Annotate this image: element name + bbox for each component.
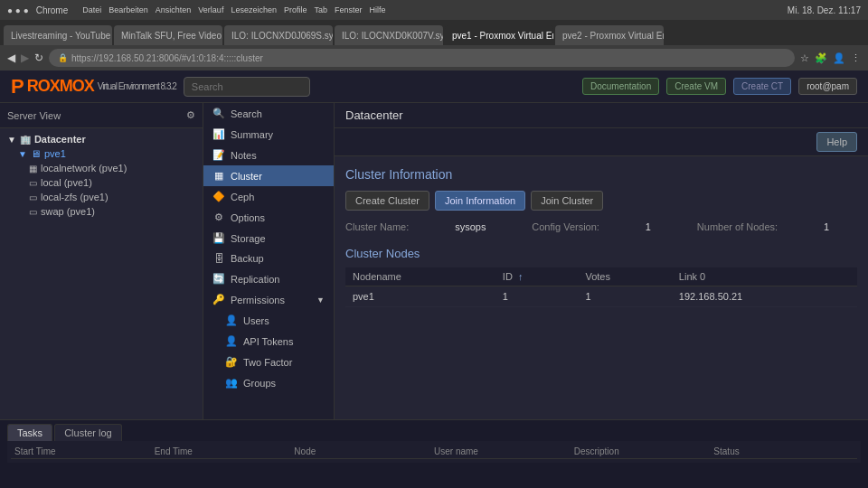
nav-refresh[interactable]: ↻ [34, 52, 43, 64]
cluster-nodes-table: Nodename ID ↑ Votes Link 0 [345, 267, 857, 307]
groups-icon: 👥 [225, 377, 238, 389]
backup-icon: 🗄 [212, 253, 225, 264]
breadcrumb-label: Datacenter [345, 108, 857, 122]
nav-summary-label: Summary [231, 129, 273, 140]
swap-label: swap (pve1) [41, 206, 95, 217]
documentation-button[interactable]: Documentation [582, 78, 659, 95]
bottom-tabs: Tasks Cluster log [0, 420, 868, 441]
sidebar-item-pve1[interactable]: ▼ 🖥 pve1 [0, 146, 203, 161]
cluster-info-grid: Cluster Name: sysops Config Version: 1 N… [345, 221, 857, 232]
sidebar-item-local-zfs[interactable]: ▭ local-zfs (pve1) [0, 190, 203, 204]
network-icon: ▦ [29, 164, 37, 174]
join-cluster-button[interactable]: Join Cluster [531, 191, 603, 211]
row-votes: 1 [578, 286, 671, 307]
col-node[interactable]: Node [294, 446, 434, 456]
sidebar-title: Server View [7, 110, 61, 121]
nav-back[interactable]: ◀ [7, 52, 15, 64]
nav-permissions-label: Permissions [231, 295, 285, 305]
nav-options-label: Options [231, 212, 265, 223]
browser-tab-3[interactable]: ILO: ILOCNXD0J069S.syso... [224, 25, 333, 45]
storage-icon: 💾 [212, 232, 225, 244]
browser-url-bar[interactable]: 🔒 https://192.168.50.21:8006/#v1:0:18:4:… [49, 49, 795, 67]
col-status[interactable]: Status [713, 446, 854, 456]
table-header-row: Nodename ID ↑ Votes Link 0 [345, 267, 857, 286]
two-factor-icon: 🔐 [225, 356, 238, 368]
local-label: local (pve1) [41, 177, 92, 188]
sidebar-item-swap[interactable]: ▭ swap (pve1) [0, 204, 203, 219]
local-icon: ▭ [29, 178, 37, 188]
logo-p: P [11, 75, 24, 99]
options-icon: ⚙ [212, 211, 225, 223]
sidebar-item-local[interactable]: ▭ local (pve1) [0, 175, 203, 190]
local-zfs-label: local-zfs (pve1) [41, 192, 108, 202]
localnetwork-label: localnetwork (pve1) [41, 163, 127, 174]
create-ct-button[interactable]: Create CT [733, 78, 791, 95]
extensions-icon[interactable]: 🧩 [815, 52, 827, 64]
browser-chrome: ● ● ● Chrome Datei Bearbeiten Ansichten … [0, 0, 868, 20]
users-icon: 👤 [225, 314, 238, 326]
browser-datetime: Mi. 18. Dez. 11:17 [788, 5, 861, 15]
nav-item-two-factor[interactable]: 🔐 Two Factor [203, 352, 334, 372]
nav-item-backup[interactable]: 🗄 Backup [203, 249, 334, 268]
datacenter-icon: 🏢 [20, 135, 31, 145]
bookmark-icon[interactable]: ☆ [800, 52, 809, 64]
nav-notes-label: Notes [231, 150, 257, 161]
user-menu[interactable]: root@pam [798, 78, 857, 95]
browser-tab-5[interactable]: pve1 - Proxmox Virtual Envi... [445, 25, 553, 45]
join-information-button[interactable]: Join Information [435, 191, 525, 211]
create-vm-button[interactable]: Create VM [666, 78, 726, 95]
bottom-bar: Tasks Cluster log Start Time End Time No… [0, 419, 868, 488]
col-end-time[interactable]: End Time [155, 446, 295, 456]
col-link0[interactable]: Link 0 [672, 267, 857, 286]
col-nodename[interactable]: Nodename [345, 267, 495, 286]
summary-icon: 📊 [212, 128, 225, 140]
nav-panel: 🔍 Search 📊 Summary 📝 Notes ▦ Cluster 🔶 C… [203, 103, 335, 419]
browser-tab-2[interactable]: MinTalk SFU, Free Video... [114, 25, 222, 45]
nav-item-summary[interactable]: 📊 Summary [203, 124, 334, 145]
nav-item-cluster[interactable]: ▦ Cluster [203, 165, 334, 186]
permissions-expand-arrow: ▼ [316, 296, 325, 305]
browser-tab-4[interactable]: ILO: ILOCNXD0K007V.syso... [335, 25, 443, 45]
permissions-icon: 🔑 [212, 294, 225, 305]
nav-item-users[interactable]: 👤 Users [203, 310, 334, 331]
create-cluster-button[interactable]: Create Cluster [345, 191, 429, 211]
nav-item-replication[interactable]: 🔄 Replication [203, 268, 334, 289]
col-description[interactable]: Description [574, 446, 714, 456]
table-row[interactable]: pve1 1 1 192.168.50.21 [345, 286, 857, 307]
nav-item-api-tokens[interactable]: 👤 API Tokens [203, 331, 334, 352]
sidebar-item-datacenter[interactable]: ▼ 🏢 Datacenter [0, 132, 203, 146]
col-start-time[interactable]: Start Time [14, 446, 155, 456]
help-button[interactable]: Help [816, 132, 857, 152]
nav-item-groups[interactable]: 👥 Groups [203, 372, 334, 393]
bottom-headers: Start Time End Time Node User name Descr… [11, 445, 857, 459]
nav-ceph-label: Ceph [231, 192, 254, 202]
tab-cluster-log[interactable]: Cluster log [54, 424, 122, 441]
app-header: P ROXMOX Virtual Environment 8.3.2 Docum… [0, 70, 868, 103]
col-votes[interactable]: Votes [578, 267, 671, 286]
profile-icon[interactable]: 👤 [833, 52, 845, 64]
nav-forward[interactable]: ▶ [21, 52, 29, 64]
col-user-name[interactable]: User name [434, 446, 574, 456]
col-id[interactable]: ID ↑ [495, 267, 579, 286]
nav-backup-label: Backup [231, 253, 264, 264]
global-search[interactable] [184, 77, 310, 97]
cluster-nodes-title: Cluster Nodes [345, 247, 857, 260]
tab-tasks[interactable]: Tasks [7, 424, 52, 441]
nav-item-search[interactable]: 🔍 Search [203, 103, 334, 124]
browser-tab-1[interactable]: Livestreaming - YouTube St... [4, 25, 112, 45]
cluster-name-label: Cluster Name: [345, 221, 437, 232]
pve1-expand-icon: ▼ [18, 149, 27, 159]
app-body: Server View ⚙ ▼ 🏢 Datacenter ▼ 🖥 pve1 ▦ [0, 103, 868, 419]
nav-item-options[interactable]: ⚙ Options [203, 207, 334, 228]
nav-item-notes[interactable]: 📝 Notes [203, 145, 334, 165]
sidebar-item-localnetwork[interactable]: ▦ localnetwork (pve1) [0, 161, 203, 175]
nav-item-permissions[interactable]: 🔑 Permissions ▼ [203, 289, 334, 310]
nav-item-ceph[interactable]: 🔶 Ceph [203, 186, 334, 207]
nav-item-storage[interactable]: 💾 Storage [203, 228, 334, 249]
settings-icon[interactable]: ⋮ [851, 52, 861, 64]
browser-controls: ● ● ● [7, 5, 29, 15]
sidebar-settings-icon[interactable]: ⚙ [186, 109, 195, 121]
browser-tab-6[interactable]: pve2 - Proxmox Virtual Envi... [555, 25, 664, 45]
nav-storage-label: Storage [231, 233, 266, 244]
url-text: https://192.168.50.21:8006/#v1:0:18:4:::… [71, 53, 263, 63]
